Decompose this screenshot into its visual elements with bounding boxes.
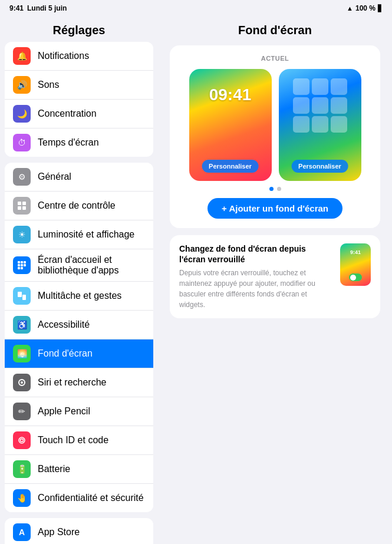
widget-sq-8 [312, 116, 328, 133]
svg-rect-4 [18, 261, 20, 263]
ecran-accueil-icon [13, 256, 31, 274]
sidebar-item-label: Écran d'accueil et bibliothèque d'apps [38, 255, 145, 276]
sidebar-item-touch-id[interactable]: Touch ID et code [5, 426, 153, 455]
wallpaper-preview-1[interactable]: 09:41 Personnaliser [189, 69, 272, 181]
sidebar-item-label: Fond d'écran [38, 348, 93, 359]
batterie-icon: 🔋 [13, 460, 31, 478]
info-description: Depuis votre écran verrouillé, touchez e… [179, 268, 332, 310]
battery-label: 100 % [355, 4, 375, 12]
siri-icon [13, 374, 31, 391]
sidebar-item-label: Confidentialité et sécurité [38, 493, 144, 503]
sidebar: Réglages 🔔 Notifications 🔊 Sons [0, 17, 158, 544]
touch-id-icon [13, 431, 31, 449]
sidebar-group-1: 🔔 Notifications 🔊 Sons 🌙 [5, 42, 153, 157]
mini-time: 9:41 [350, 249, 361, 255]
main-content: Réglages 🔔 Notifications 🔊 Sons [0, 17, 392, 544]
wallpaper-preview-2[interactable]: Personnaliser [279, 69, 361, 181]
sidebar-item-label: Général [38, 172, 71, 182]
actuel-label: ACTUEL [182, 55, 368, 62]
svg-rect-9 [24, 264, 26, 266]
sidebar-item-label: Batterie [38, 464, 70, 474]
sidebar-item-batterie[interactable]: 🔋 Batterie [5, 455, 153, 484]
app-store-icon: A [13, 523, 31, 541]
sidebar-item-label: Concentration [38, 108, 97, 119]
status-left: 9:41 Lundi 5 juin [9, 4, 67, 12]
wallpaper-time: 09:41 [209, 85, 252, 104]
svg-rect-0 [18, 202, 21, 205]
svg-rect-2 [18, 206, 21, 210]
page-dot-2 [277, 187, 281, 191]
time-label: 9:41 [9, 4, 24, 12]
widget-sq-5 [312, 97, 328, 114]
multitache-icon [13, 287, 31, 305]
svg-point-16 [19, 437, 25, 443]
info-card: Changez de fond d'écran depuis l'écran v… [170, 235, 380, 318]
status-right: ▲ 100 % ▋ [347, 4, 383, 12]
sons-icon: 🔊 [13, 76, 31, 94]
sidebar-item-app-store[interactable]: A App Store [5, 518, 153, 544]
widget-sq-1 [293, 78, 309, 95]
svg-rect-7 [18, 264, 20, 266]
sidebar-group-3: A App Store 💳 Cartes et Apple Pay [5, 518, 153, 544]
add-wallpaper-button[interactable]: + Ajouter un fond d'écran [207, 198, 342, 219]
sidebar-item-notifications[interactable]: 🔔 Notifications [5, 42, 153, 71]
temps-ecran-icon: ⏱ [13, 134, 31, 151]
sidebar-item-multitache[interactable]: Multitâche et gestes [5, 282, 153, 311]
page-dot-1 [269, 187, 274, 191]
wallpaper-personalise-btn-2[interactable]: Personnaliser [291, 160, 348, 173]
fond-ecran-icon: 🌅 [13, 345, 31, 362]
sidebar-item-siri[interactable]: Siri et recherche [5, 368, 153, 397]
concentration-icon: 🌙 [13, 105, 31, 123]
sidebar-item-ecran-accueil[interactable]: Écran d'accueil et bibliothèque d'apps [5, 249, 153, 282]
sidebar-item-label: Notifications [38, 51, 89, 61]
wallpaper-widgets [293, 78, 347, 133]
sidebar-item-confidentialite[interactable]: 🤚 Confidentialité et sécurité [5, 484, 153, 512]
svg-rect-8 [21, 264, 23, 266]
widget-sq-4 [293, 97, 309, 114]
info-text: Changez de fond d'écran depuis l'écran v… [179, 243, 332, 310]
page-dots [182, 187, 368, 191]
info-title: Changez de fond d'écran depuis l'écran v… [179, 243, 332, 265]
sidebar-item-centre-controle[interactable]: Centre de contrôle [5, 192, 153, 220]
wallpaper-section: ACTUEL 09:41 Personnaliser [170, 45, 380, 228]
sidebar-item-label: Temps d'écran [38, 137, 99, 148]
sidebar-item-label: App Store [38, 527, 80, 538]
sidebar-item-concentration[interactable]: 🌙 Concentration [5, 100, 153, 128]
sidebar-item-luminosite[interactable]: ☀ Luminosité et affichage [5, 220, 153, 249]
widget-sq-3 [331, 78, 347, 95]
sidebar-item-temps-ecran[interactable]: ⏱ Temps d'écran [5, 128, 153, 157]
mini-toggle [349, 273, 362, 281]
sidebar-item-fond-ecran[interactable]: 🌅 Fond d'écran [5, 339, 153, 368]
sidebar-item-label: Apple Pencil [38, 406, 90, 417]
status-bar: 9:41 Lundi 5 juin ▲ 100 % ▋ [0, 0, 392, 17]
wallpaper-previews: 09:41 Personnaliser [182, 69, 368, 181]
svg-rect-12 [18, 292, 22, 297]
sidebar-item-label: Touch ID et code [38, 435, 108, 446]
battery-icon: ▋ [378, 5, 383, 12]
widget-sq-6 [331, 97, 347, 114]
panel-title: Fond d'écran [170, 24, 380, 37]
svg-rect-11 [21, 267, 23, 269]
sidebar-item-accessibilite[interactable]: ♿ Accessibilité [5, 311, 153, 339]
sidebar-item-sons[interactable]: 🔊 Sons [5, 71, 153, 100]
accessibilite-icon: ♿ [13, 316, 31, 334]
sidebar-item-general[interactable]: ⚙ Général [5, 163, 153, 192]
sidebar-item-label: Luminosité et affichage [38, 229, 134, 240]
svg-rect-5 [21, 261, 23, 263]
sidebar-group-2: ⚙ Général Centre de contrôle ☀ [5, 163, 153, 512]
sidebar-item-apple-pencil[interactable]: ✏ Apple Pencil [5, 397, 153, 426]
svg-point-15 [21, 381, 23, 384]
notifications-icon: 🔔 [13, 47, 31, 65]
widget-sq-9 [331, 116, 347, 133]
sidebar-title: Réglages [0, 17, 158, 42]
svg-rect-1 [22, 202, 26, 205]
date-label: Lundi 5 juin [27, 4, 67, 12]
general-icon: ⚙ [13, 168, 31, 186]
luminosite-icon: ☀ [13, 226, 31, 243]
sidebar-item-label: Accessibilité [38, 319, 90, 330]
wallpaper-personalise-btn-1[interactable]: Personnaliser [202, 160, 259, 173]
widget-sq-2 [312, 78, 328, 95]
sidebar-item-label: Siri et recherche [38, 377, 107, 388]
apple-pencil-icon: ✏ [13, 403, 31, 420]
sidebar-scroll[interactable]: 🔔 Notifications 🔊 Sons 🌙 [0, 42, 158, 544]
